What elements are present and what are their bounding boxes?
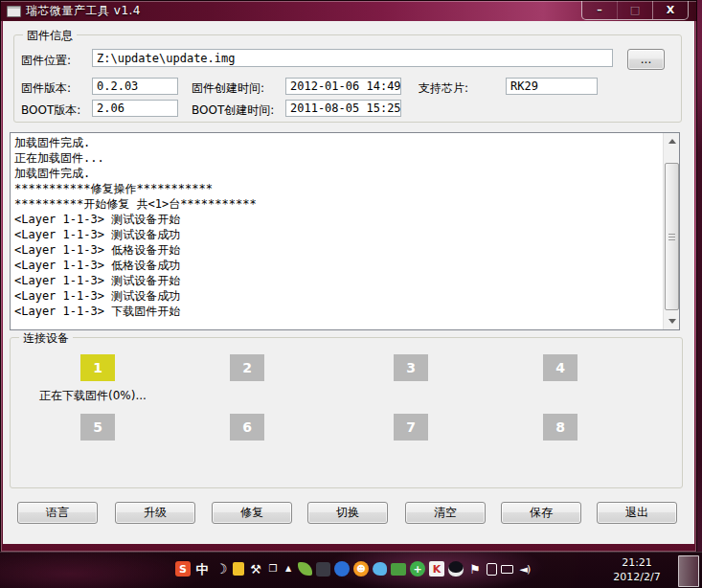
qq-penguin-icon[interactable] (448, 561, 464, 577)
reader-penguin-icon[interactable] (316, 562, 330, 577)
window-controls: – □ X (581, 1, 689, 20)
minimize-button[interactable]: – (582, 1, 617, 19)
firmware-version-field: 0.2.03 (92, 78, 178, 95)
triangle-up-icon (668, 139, 676, 144)
leaf-icon[interactable] (298, 562, 312, 576)
device-1-status-text: 正在下载固件(0%)... (39, 388, 147, 404)
log-line: <Layer 1-1-3> 低格设备成功 (14, 258, 663, 273)
chinese-input-icon[interactable]: 中 (194, 561, 210, 577)
kaspersky-icon[interactable]: K (429, 561, 444, 577)
switch-button[interactable]: 切换 (307, 502, 388, 524)
xunlei-icon[interactable] (334, 561, 350, 577)
smiley-icon[interactable]: ☻ (353, 561, 369, 577)
language-button[interactable]: 语言 (17, 502, 98, 524)
titlebar[interactable]: 瑞芯微量产工具 v1.4 – □ X (1, 1, 696, 21)
sogou-input-icon[interactable]: S (175, 561, 191, 577)
coin-plus-icon[interactable]: + (410, 561, 425, 577)
boot-created-field: 2011-08-05 15:25:24 (285, 100, 401, 117)
log-line: <Layer 1-1-3> 下载固件开始 (14, 304, 663, 319)
client-area: 固件信息 固件位置: Z:\update\update.img ... 固件版本… (3, 21, 694, 544)
maximize-button[interactable]: □ (617, 1, 652, 19)
wrench-icon[interactable]: ⚒ (248, 561, 263, 577)
log-line: **********开始修复 共<1>台*********** (14, 196, 663, 212)
log-line: <Layer 1-1-3> 低格设备开始 (14, 242, 663, 258)
repair-button[interactable]: 修复 (212, 502, 292, 524)
device-slot-8[interactable]: 8 (543, 414, 577, 441)
chip-label: 支持芯片: (419, 80, 468, 97)
browse-button[interactable]: ... (627, 49, 665, 70)
clock[interactable]: 21:21 2012/2/7 (602, 555, 671, 584)
log-line: <Layer 1-1-3> 测试设备开始 (14, 273, 663, 288)
clock-time: 21:21 (602, 555, 671, 570)
scrollbar-thumb[interactable] (665, 163, 679, 310)
taskbar: S 中 ☽ ⚒ ❐ ▲ ☻ + K ⚑ ◄) 21:21 2012/2/7 (0, 552, 702, 588)
firmware-created-field: 2012-01-06 14:49:21 (285, 78, 401, 95)
device-slot-1[interactable]: 1 (80, 354, 115, 381)
clear-button[interactable]: 清空 (405, 502, 486, 524)
close-button[interactable]: X (652, 1, 688, 19)
log-lines: 加载固件完成. 正在加载固件... 加载固件完成. ***********修复操… (11, 133, 663, 329)
clock-date: 2012/2/7 (602, 570, 671, 584)
restore-windows-icon[interactable]: ❐ (267, 561, 279, 577)
log-line: 加载固件完成. (14, 135, 663, 150)
chest-icon[interactable] (391, 563, 406, 576)
scroll-up-button[interactable] (664, 133, 680, 149)
moon-icon[interactable]: ☽ (214, 561, 229, 577)
firmware-group-label: 固件信息 (23, 28, 77, 44)
grip-icon (668, 234, 675, 240)
boot-created-label: BOOT创建时间: (192, 102, 274, 119)
scroll-down-button[interactable] (664, 313, 680, 329)
device-slot-4[interactable]: 4 (543, 354, 577, 381)
boot-version-label: BOOT版本: (21, 102, 80, 119)
flag-icon[interactable]: ⚑ (467, 561, 483, 577)
device-slot-6[interactable]: 6 (230, 414, 264, 441)
speaker-icon[interactable]: ◄) (517, 561, 532, 577)
firmware-version-label: 固件版本: (21, 80, 71, 97)
device-slot-5[interactable]: 5 (80, 414, 115, 441)
hidden-icons-arrow[interactable]: ▲ (283, 561, 294, 577)
save-button[interactable]: 保存 (501, 502, 581, 524)
show-desktop-button[interactable] (678, 555, 699, 587)
clipboard-plug-icon[interactable] (487, 563, 497, 576)
device-slot-2[interactable]: 2 (230, 354, 264, 381)
triangle-down-icon (668, 319, 676, 324)
network-icon[interactable] (501, 565, 513, 574)
firmware-created-label: 固件创建时间: (192, 80, 264, 97)
upgrade-button[interactable]: 升级 (115, 502, 195, 524)
app-window: 瑞芯微量产工具 v1.4 – □ X 固件信息 固件位置: Z:\update\… (0, 0, 697, 553)
devices-group-label: 连接设备 (19, 330, 73, 347)
app-icon (7, 6, 21, 17)
boot-version-field: 2.06 (92, 100, 178, 117)
exit-button[interactable]: 退出 (597, 502, 677, 524)
dolphin-icon[interactable] (373, 562, 387, 576)
window-title: 瑞芯微量产工具 v1.4 (26, 3, 141, 19)
assistant-icon[interactable] (233, 562, 244, 576)
device-slot-3[interactable]: 3 (394, 354, 428, 381)
system-tray: S 中 ☽ ⚒ ❐ ▲ ☻ + K ⚑ ◄) (175, 561, 532, 577)
log-line: 加载固件完成. (14, 166, 663, 181)
device-slot-7[interactable]: 7 (394, 414, 428, 441)
log-line: 正在加载固件... (14, 150, 663, 166)
log-line: <Layer 1-1-3> 测试设备成功 (14, 227, 663, 242)
log-line: <Layer 1-1-3> 测试设备开始 (14, 212, 663, 227)
log-area[interactable]: 加载固件完成. 正在加载固件... 加载固件完成. ***********修复操… (10, 132, 680, 330)
log-line: <Layer 1-1-3> 测试设备成功 (14, 288, 663, 304)
chip-field: RK29 (506, 78, 598, 95)
log-line: ***********修复操作*********** (14, 181, 663, 196)
firmware-location-label: 固件位置: (21, 53, 71, 69)
log-scrollbar[interactable] (663, 133, 679, 329)
firmware-location-field[interactable]: Z:\update\update.img (92, 49, 613, 67)
